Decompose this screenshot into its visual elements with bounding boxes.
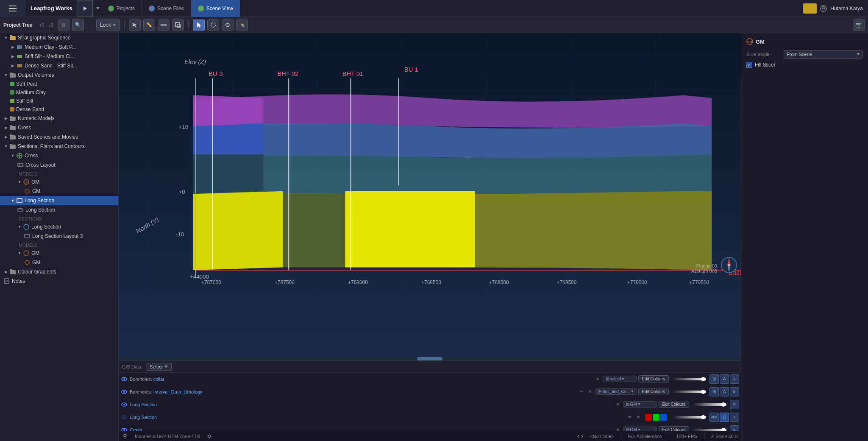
grid-icon-btn[interactable]: ⊞ xyxy=(709,374,719,384)
field-dropdown-holeid[interactable]: ⊞ holeid xyxy=(603,376,637,382)
blue-sq-icon-btn[interactable]: ⊟ xyxy=(720,413,729,422)
sidebar-item-gm2-sub[interactable]: GM xyxy=(0,258,118,267)
remove-boreholes-collar[interactable]: ✕ xyxy=(594,376,601,382)
merge-icon-btn[interactable]: ⊲⊳ xyxy=(709,413,719,422)
viewport[interactable]: BU-3 BHT-02 BHT-01 BU 1 Elev (Z) North (… xyxy=(119,33,741,360)
remove-long-section-1[interactable]: ✕ xyxy=(615,401,621,408)
remove-boreholes-lithology[interactable]: ✕ xyxy=(587,388,593,395)
field-dropdown-gm1[interactable]: ⊞ GM xyxy=(623,401,657,408)
gis-select-button[interactable]: Select xyxy=(146,363,172,371)
clip-tool[interactable] xyxy=(172,20,184,31)
svg-marker-85 xyxy=(631,391,634,393)
user-icon xyxy=(820,5,827,12)
sidebar-item-colour-gradients[interactable]: ▶ Colour Gradients xyxy=(0,267,118,276)
sidebar-item-dense-sand[interactable]: ▶ Dense Sand - Stiff Sil... xyxy=(0,61,118,70)
dropdown-arrow[interactable] xyxy=(95,7,101,10)
color-swatch-red[interactable] xyxy=(645,414,652,421)
field-dropdown-soil[interactable]: ⊞ Soil_and_Co... xyxy=(595,388,637,395)
arrow-icon: ▼ xyxy=(3,35,8,40)
layer-name-boreholes-collar[interactable]: Boreholes: collar xyxy=(130,377,593,382)
long-section2-label: Long Section xyxy=(31,224,61,230)
fill-slicer-checkbox[interactable]: ✓ xyxy=(746,62,752,68)
sidebar-item-medium-clay-soft[interactable]: ▶ Medium Clay - Soft P... xyxy=(0,42,118,52)
label2-icon-btn[interactable]: A xyxy=(720,387,729,396)
tab-projects[interactable]: Projects xyxy=(101,0,142,17)
label-icon-btn[interactable]: A xyxy=(720,374,729,384)
sidebar-item-gm1-sub[interactable]: GM xyxy=(0,187,118,196)
sidebar-item-notes[interactable]: Notes xyxy=(0,276,118,286)
search-button[interactable]: 🔍 xyxy=(72,20,84,31)
edit-long-section-2[interactable]: ✏ xyxy=(626,414,633,421)
pen-tool[interactable]: ✒️ xyxy=(236,20,248,31)
tab-scene-files[interactable]: Scene Files xyxy=(142,0,191,17)
sidebar-item-stratigraphic-sequence[interactable]: ▼ Stratigraphic Sequence xyxy=(0,33,118,42)
opacity-slider-2[interactable] xyxy=(672,391,706,393)
color-swatch-blue[interactable] xyxy=(660,414,667,421)
arrow-sections: ▼ xyxy=(3,144,8,149)
sidebar-item-gm1[interactable]: ▼ GM GM xyxy=(0,177,118,187)
measure-tool[interactable] xyxy=(158,20,170,31)
list4-icon-btn[interactable]: ≡ xyxy=(730,413,739,422)
grid2-icon-btn[interactable]: ⊞ xyxy=(709,387,719,396)
lasso-tool[interactable] xyxy=(207,20,219,31)
sidebar-item-numeric-models[interactable]: ▶ Numeric Models xyxy=(0,114,118,123)
edit-boreholes-lithology[interactable]: ✏ xyxy=(578,388,585,395)
sidebar-item-gm2[interactable]: ▼ GM xyxy=(0,248,118,258)
pointer-tool[interactable] xyxy=(193,20,205,31)
sidebar-item-stiff-silt[interactable]: ▶ Stiff Silt - Medium Cl... xyxy=(0,52,118,61)
pause-button[interactable]: ⏸ xyxy=(58,20,70,31)
sidebar-item-cross-layout[interactable]: Cross Layout xyxy=(0,160,118,170)
remove-long-section-2[interactable]: ✕ xyxy=(635,414,642,421)
sidebar-item-combined-models[interactable]: ▶ Cross xyxy=(0,123,118,132)
opacity-slider-1[interactable] xyxy=(672,378,706,380)
scroll-thumb xyxy=(417,357,442,360)
sidebar-item-long-section2[interactable]: ▼ Long Section xyxy=(0,222,118,232)
svg-marker-82 xyxy=(622,378,624,380)
edit-colours-2[interactable]: Edit Colours xyxy=(638,388,669,395)
opacity-slider-4[interactable] xyxy=(672,416,706,419)
sidebar-item-dense-sand-vol[interactable]: Dense Sand xyxy=(0,105,118,114)
svg-text:Elev (Z): Elev (Z) xyxy=(184,59,206,65)
visibility-long-section-1[interactable] xyxy=(120,401,128,408)
sidebar-item-stiff-silt-vol[interactable]: Stiff Silt xyxy=(0,97,118,105)
edit-colours-3[interactable]: Edit Colours xyxy=(659,401,689,408)
sidebar-item-soft-peat[interactable]: Soft Peat xyxy=(0,80,118,88)
list-icon-btn[interactable]: ≡ xyxy=(730,374,739,384)
opacity-slider-3[interactable] xyxy=(693,403,726,406)
sidebar-item-long-section-item[interactable]: Long Section xyxy=(0,205,118,215)
sidebar-item-long-section-folder[interactable]: ▼ Long Section xyxy=(0,196,118,205)
screenshot-button[interactable]: 📷 xyxy=(853,20,865,31)
sidebar-item-cross[interactable]: ▼ Cross xyxy=(0,151,118,160)
select-tool[interactable] xyxy=(129,20,141,31)
folder-icon xyxy=(9,34,16,41)
gm-panel-icon: GM xyxy=(746,38,753,45)
layer-row-boreholes-lithology: Boreholes: Interval_Data_Lithology ✏ ✕ ⊞… xyxy=(119,385,741,398)
layer-name-long-section-2[interactable]: Long Section xyxy=(130,415,625,420)
svg-text:+770500: +770500 xyxy=(689,279,709,285)
sidebar-item-saved-scenes[interactable]: ▶ Saved Scenes and Movies xyxy=(0,132,118,142)
play-button-top[interactable] xyxy=(78,0,93,17)
layer-icon xyxy=(16,44,23,50)
layer-name-long-section-1[interactable]: Long Section xyxy=(130,402,613,407)
edit-colours-1[interactable]: Edit Colours xyxy=(638,375,669,382)
slice-mode-select[interactable]: From Scene xyxy=(784,50,863,59)
output-volumes-label: Output Volumes xyxy=(18,72,54,78)
arrow-longsection2: ▼ xyxy=(17,224,22,229)
sidebar-item-sections-plans[interactable]: ▼ Sections, Plans and Contours xyxy=(0,142,118,151)
viewport-scrollbar[interactable] xyxy=(119,357,741,360)
tab-scene-view[interactable]: Scene View xyxy=(191,0,240,17)
visibility-boreholes-lithology[interactable] xyxy=(120,388,128,396)
stamp-tool[interactable] xyxy=(222,20,234,31)
list2-icon-btn[interactable]: ≡ xyxy=(730,387,739,396)
layer-name-boreholes-lithology[interactable]: Boreholes: Interval_Data_Lithology xyxy=(130,389,576,394)
visibility-boreholes-collar[interactable] xyxy=(120,375,128,383)
draw-tool[interactable]: ✏️ xyxy=(143,20,155,31)
numeric-models-label: Numeric Models xyxy=(18,115,55,121)
sidebar-item-long-section-layout3[interactable]: Long Section Layout 3 xyxy=(0,232,118,241)
sidebar-item-output-volumes[interactable]: ▼ Output Volumes xyxy=(0,70,118,80)
menu-button[interactable] xyxy=(0,0,25,17)
sidebar-item-medium-clay[interactable]: Medium Clay xyxy=(0,88,118,97)
list3-icon-btn[interactable]: ≡ xyxy=(730,400,739,409)
color-swatch-green[interactable] xyxy=(653,414,659,421)
look-dropdown[interactable]: Look xyxy=(96,20,120,31)
